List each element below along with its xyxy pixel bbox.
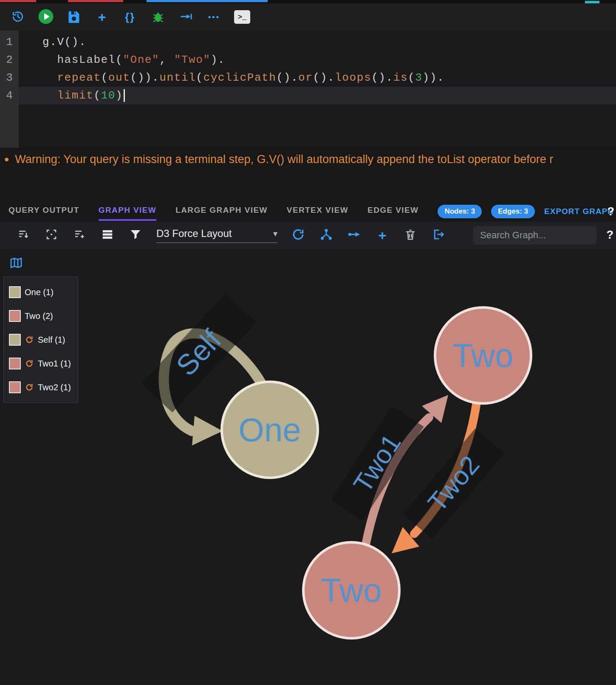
legend-label: Self (1) — [38, 335, 65, 345]
chevron-down-icon: ▾ — [273, 228, 277, 239]
code-token — [42, 54, 57, 66]
add-lines-button[interactable] — [72, 227, 87, 244]
node-two-bottom-label: Two — [321, 572, 381, 609]
warning-bar: • Warning: Your query is missing a termi… — [0, 149, 616, 170]
loop-arrow-icon — [25, 383, 34, 392]
code-token: ( — [408, 71, 415, 84]
legend-swatch — [9, 310, 21, 322]
legend-item[interactable]: Two1 (1) — [4, 352, 78, 375]
code-token: ( — [196, 71, 203, 84]
code-token: ( — [93, 89, 101, 102]
format-query-button[interactable]: {} — [122, 7, 138, 27]
trash-icon — [404, 228, 417, 242]
graph-toolbar: D3 Force Layout ▾ + — [0, 222, 616, 248]
code-token — [42, 89, 57, 102]
history-button[interactable] — [9, 7, 26, 27]
code-token: ). — [211, 54, 225, 66]
legend-item[interactable]: Two (2) — [4, 304, 78, 328]
search-graph-input[interactable] — [473, 226, 596, 245]
text-cursor — [124, 89, 125, 102]
add-lines-icon — [73, 228, 86, 242]
code-token: (). — [313, 71, 335, 84]
legend-swatch — [9, 334, 21, 346]
code-editor[interactable]: 1234 g.V(). hasLabel("One", "Two"). repe… — [0, 31, 616, 148]
layout-select[interactable]: D3 Force Layout ▾ — [156, 228, 277, 243]
network-icon — [319, 228, 333, 242]
help-icon[interactable]: ? — [608, 205, 615, 218]
node-one-label: One — [238, 411, 301, 448]
code-token: hasLabel — [57, 54, 116, 66]
table-icon — [101, 228, 114, 242]
code-token: (). — [371, 71, 393, 84]
warning-text: Warning: Your query is missing a termina… — [15, 153, 553, 166]
sort-lines-button[interactable] — [16, 227, 31, 244]
add-edge-button[interactable] — [347, 227, 362, 244]
table-view-button[interactable] — [100, 227, 115, 244]
legend-label: Two2 (1) — [38, 383, 71, 392]
code-token: , — [159, 54, 174, 66]
node-two-top-label: Two — [452, 337, 513, 374]
fit-screen-button[interactable] — [44, 227, 59, 244]
save-button[interactable] — [65, 7, 82, 27]
code-token: loops — [335, 71, 371, 84]
delete-button[interactable] — [403, 227, 418, 244]
tab-graph-view[interactable]: GRAPH VIEW — [99, 202, 156, 221]
graph-help-icon[interactable]: ? — [607, 228, 614, 242]
add-node-button[interactable]: + — [375, 227, 390, 244]
code-token: or — [298, 71, 313, 84]
export-icon — [432, 228, 445, 242]
tab-vertex-view[interactable]: VERTEX VIEW — [287, 202, 348, 221]
tab-edge-view[interactable]: EDGE VIEW — [367, 202, 418, 221]
edge-arrow-icon — [348, 228, 361, 242]
terminal-button[interactable]: >_ — [234, 7, 251, 27]
view-tabbar: QUERY OUTPUT GRAPH VIEW LARGE GRAPH VIEW… — [0, 202, 616, 221]
code-line[interactable]: repeat(out()).until(cyclicPath().or().lo… — [19, 69, 616, 87]
tab-indicator-red-1 — [0, 0, 36, 2]
code-token: 10 — [101, 89, 116, 102]
sort-lines-icon — [17, 228, 30, 242]
legend-item[interactable]: One (1) — [4, 280, 78, 304]
history-icon — [11, 10, 25, 25]
legend-item[interactable]: Self (1) — [4, 328, 78, 352]
code-line[interactable]: limit(10) — [19, 87, 616, 104]
editor-code[interactable]: g.V(). hasLabel("One", "Two"). repeat(ou… — [19, 31, 616, 148]
map-icon — [9, 265, 23, 271]
export-button[interactable] — [431, 227, 446, 244]
loop-arrow-icon — [25, 335, 34, 344]
network-button[interactable] — [319, 227, 333, 244]
code-line[interactable]: hasLabel("One", "Two"). — [19, 51, 616, 69]
top-strip — [0, 0, 616, 3]
debug-button[interactable] — [150, 7, 167, 27]
legend-item[interactable]: Two2 (1) — [4, 375, 78, 399]
tab-large-graph-view[interactable]: LARGE GRAPH VIEW — [175, 202, 268, 221]
layout-select-value: D3 Force Layout — [156, 228, 232, 240]
graph-view-canvas[interactable]: One Two Two Self Two1 Two2 One (1)Two (2… — [0, 248, 616, 685]
tab-query-output[interactable]: QUERY OUTPUT — [8, 202, 79, 221]
plus-icon: + — [98, 10, 106, 24]
code-token: cyclicPath — [203, 71, 276, 84]
step-button[interactable] — [178, 7, 195, 27]
new-query-button[interactable]: + — [93, 7, 110, 27]
code-token: g.V(). — [42, 36, 86, 48]
tab-indicator-blue — [147, 0, 268, 2]
code-token: is — [393, 71, 408, 84]
legend-label: Two (2) — [25, 311, 53, 321]
graph-svg[interactable]: One Two Two Self Two1 Two2 — [0, 248, 616, 685]
code-token: out — [108, 71, 130, 84]
export-graph-button[interactable]: EXPORT GRAPH RES — [544, 207, 616, 216]
run-query-button[interactable] — [37, 7, 54, 27]
edges-count-badge: Edges: 3 — [491, 205, 535, 218]
filter-button[interactable] — [128, 227, 143, 244]
more-options-button[interactable]: ••• — [206, 7, 223, 27]
code-token: ( — [101, 71, 108, 84]
refresh-layout-button[interactable] — [291, 227, 305, 244]
warning-bullet-icon: • — [4, 152, 9, 167]
minimap-button[interactable] — [9, 256, 23, 271]
legend-swatch — [9, 286, 21, 298]
code-token: (). — [277, 71, 299, 84]
code-line[interactable]: g.V(). — [19, 33, 616, 51]
query-toolbar: + {} ••• >_ — [0, 3, 616, 31]
line-number: 2 — [0, 51, 19, 69]
code-token: "Two" — [174, 54, 211, 66]
code-token: until — [159, 71, 196, 84]
